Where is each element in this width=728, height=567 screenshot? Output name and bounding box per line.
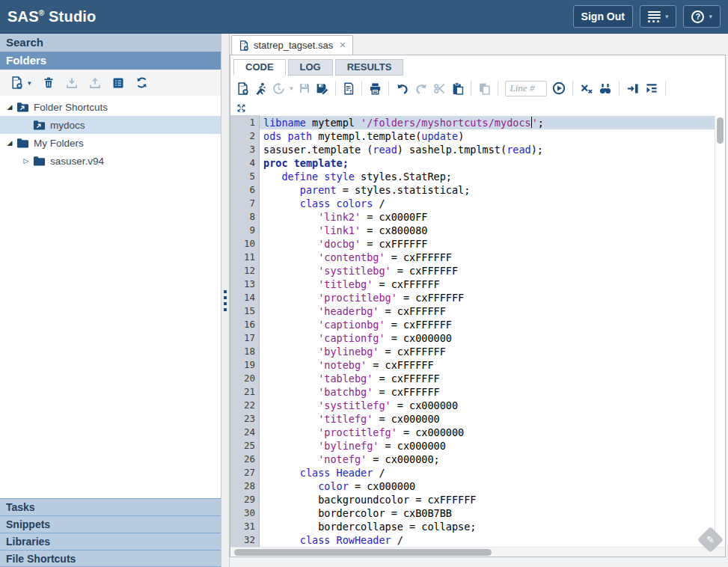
indent-button[interactable] bbox=[626, 82, 640, 95]
code-line: 'proctitlefg' = cx000000 bbox=[263, 426, 715, 439]
code-line: 'contentbg' = cxFFFFFF bbox=[263, 251, 715, 264]
code-content[interactable]: libname mytempl '/folders/myshortcuts/my… bbox=[260, 115, 715, 547]
folder-icon bbox=[16, 138, 29, 148]
document-tab-title: statrep_tagset.sas bbox=[254, 40, 333, 51]
work-area: statrep_tagset.sas ✕ CODELOGRESULTS ▾ 12… bbox=[230, 34, 728, 567]
program-summary-button[interactable] bbox=[343, 82, 355, 95]
print-icon bbox=[369, 82, 382, 95]
format-code-button[interactable] bbox=[645, 82, 658, 95]
app-header: SAS® Studio Sign Out ▾ ? ▾ bbox=[0, 0, 728, 34]
line-number: 21 bbox=[230, 385, 255, 399]
run-button[interactable] bbox=[254, 82, 267, 95]
document-tab[interactable]: statrep_tagset.sas ✕ bbox=[231, 35, 353, 55]
code-line: class colors / bbox=[263, 197, 715, 210]
sidebar-splitter[interactable] bbox=[221, 34, 230, 567]
line-number: 16 bbox=[230, 318, 255, 331]
horizontal-scrollbar[interactable] bbox=[230, 547, 725, 557]
section-search[interactable]: Search bbox=[0, 34, 221, 52]
chevron-down-icon: ▾ bbox=[290, 85, 293, 92]
delete-button[interactable] bbox=[43, 76, 55, 89]
line-number: 12 bbox=[230, 264, 255, 278]
line-number: 1 bbox=[230, 116, 255, 129]
section-file-shortcuts[interactable]: File Shortcuts bbox=[0, 550, 221, 567]
line-number: 10 bbox=[230, 237, 255, 251]
new-button[interactable]: ▾ bbox=[10, 76, 31, 89]
redo-button bbox=[415, 82, 428, 95]
section-snippets[interactable]: Snippets bbox=[0, 515, 221, 533]
format-code-icon bbox=[645, 82, 658, 95]
horizontal-scrollbar-thumb[interactable] bbox=[234, 549, 492, 556]
find-button[interactable] bbox=[599, 82, 612, 95]
vertical-scrollbar[interactable] bbox=[715, 115, 725, 547]
code-line: 'bylinefg' = cx000000 bbox=[263, 439, 715, 453]
copy-button bbox=[478, 82, 491, 95]
program-summary-icon bbox=[343, 82, 355, 95]
vertical-scrollbar-thumb[interactable] bbox=[717, 117, 724, 144]
close-tab-icon[interactable]: ✕ bbox=[339, 40, 346, 50]
line-number: 17 bbox=[230, 331, 255, 345]
toolbar-separator bbox=[471, 81, 471, 96]
paste-button[interactable] bbox=[451, 82, 464, 95]
toolbar-separator bbox=[619, 81, 620, 96]
go-to-line-button[interactable] bbox=[552, 82, 566, 95]
clear-code-icon bbox=[580, 82, 593, 95]
line-number: 2 bbox=[230, 129, 255, 143]
tree-item-my-folders[interactable]: ◢My Folders bbox=[0, 134, 221, 152]
properties-button[interactable] bbox=[112, 77, 124, 89]
code-line: 'headerbg' = cxFFFFFF bbox=[263, 304, 715, 318]
print-button[interactable] bbox=[369, 82, 382, 95]
expand-toggle-icon[interactable]: ▷ bbox=[21, 157, 31, 165]
tree-item-mydocs[interactable]: mydocs bbox=[0, 116, 221, 134]
pencil-icon: ✎ bbox=[706, 534, 715, 545]
section-libraries[interactable]: Libraries bbox=[0, 533, 221, 550]
properties-icon bbox=[112, 77, 124, 89]
tab-log[interactable]: LOG bbox=[288, 59, 333, 76]
help-icon: ? bbox=[691, 10, 704, 23]
clear-code-button[interactable] bbox=[580, 82, 593, 95]
save-icon bbox=[299, 82, 311, 94]
code-line: bordercollapse = collapse; bbox=[263, 520, 715, 533]
undo-button[interactable] bbox=[396, 82, 409, 95]
line-number: 20 bbox=[230, 372, 255, 385]
line-number: 11 bbox=[230, 251, 255, 264]
refresh-button[interactable] bbox=[135, 76, 148, 89]
folder-icon bbox=[33, 156, 46, 166]
find-icon bbox=[599, 82, 612, 95]
section-folders[interactable]: Folders bbox=[0, 52, 221, 70]
tree-item-folder-shortcuts[interactable]: ◢Folder Shortcuts bbox=[0, 98, 221, 116]
navigation-accordion: TasksSnippetsLibrariesFile Shortcuts bbox=[0, 498, 221, 567]
shortcut-folder-icon bbox=[16, 102, 29, 112]
code-line: 'bylinebg' = cxFFFFFF bbox=[263, 345, 715, 358]
line-number: 9 bbox=[230, 224, 255, 237]
tree-item-label: Folder Shortcuts bbox=[34, 102, 108, 113]
document-tabstrip: statrep_tagset.sas ✕ bbox=[230, 34, 726, 55]
toolbar-separator bbox=[335, 81, 336, 96]
application-menu-button[interactable]: ▾ bbox=[640, 5, 677, 28]
code-line: class RowHeader / bbox=[263, 533, 715, 547]
save-as-button[interactable] bbox=[316, 82, 328, 95]
line-number: 13 bbox=[230, 278, 255, 291]
line-number: 18 bbox=[230, 345, 255, 358]
collapse-toggle-icon[interactable]: ◢ bbox=[4, 139, 15, 147]
line-number: 28 bbox=[230, 479, 255, 493]
sign-out-button[interactable]: Sign Out bbox=[573, 5, 633, 28]
submission-history-button: ▾ bbox=[272, 82, 293, 95]
folder-tree: ◢Folder Shortcutsmydocs◢My Folders▷sasus… bbox=[0, 96, 221, 498]
help-menu-button[interactable]: ? ▾ bbox=[683, 5, 721, 28]
code-line: backgroundcolor = cxFFFFFF bbox=[263, 493, 715, 506]
code-line: define style styles.StatRep; bbox=[263, 170, 715, 183]
collapse-toggle-icon[interactable]: ◢ bbox=[4, 103, 15, 111]
tab-results[interactable]: RESULTS bbox=[335, 59, 404, 76]
new-program-icon bbox=[236, 82, 249, 95]
section-tasks[interactable]: Tasks bbox=[0, 498, 221, 515]
line-number-input[interactable] bbox=[505, 81, 547, 96]
tree-item-sasuser-v94[interactable]: ▷sasuser.v94 bbox=[0, 152, 221, 170]
code-editor[interactable]: 1234567891011121314151617181920212223242… bbox=[230, 115, 725, 557]
tab-code[interactable]: CODE bbox=[233, 59, 286, 76]
save-as-icon bbox=[316, 82, 328, 95]
line-number: 26 bbox=[230, 453, 255, 466]
code-line: ods path mytempl.template(update) bbox=[263, 129, 715, 143]
maximize-editor-button[interactable] bbox=[236, 103, 246, 113]
new-program-button[interactable] bbox=[236, 82, 249, 95]
download-button bbox=[66, 77, 78, 89]
